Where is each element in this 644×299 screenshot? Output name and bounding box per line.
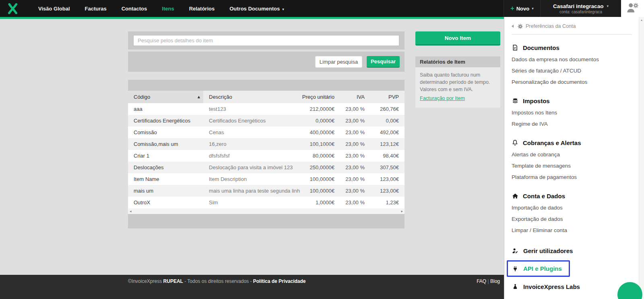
account-preferences-item[interactable]: Preferências da Conta xyxy=(512,23,632,29)
collapse-left-icon xyxy=(512,25,514,28)
cell: Certificados Energéticos xyxy=(203,118,300,124)
blog-link[interactable]: Blog xyxy=(490,278,500,284)
sidebar-section-title: Cobranças e Alertas xyxy=(523,139,581,146)
search-button[interactable]: Pesquisar xyxy=(367,56,400,68)
sidebar-item[interactable]: Impostos nos Itens xyxy=(512,107,632,118)
sidebar-link-label: InvoiceXpress Labs xyxy=(523,283,580,290)
table-row[interactable]: Item NameItem Description100,0000€23,00 … xyxy=(128,173,405,185)
cell: Item Name xyxy=(128,176,203,182)
sidebar-item[interactable]: Séries de faturação / ATCUD xyxy=(512,65,632,77)
sidebar-item[interactable]: Limpar / Eliminar conta xyxy=(512,225,632,236)
sidebar-link-api-e-plugins[interactable]: API e Plugins xyxy=(507,260,570,277)
column-header-label: Preço unitário xyxy=(302,94,334,100)
table-row[interactable]: OutroXSim1,0000€23,00 %1,23€ xyxy=(128,197,405,208)
sidebar-item[interactable]: Plataforma de pagamentos xyxy=(512,172,632,183)
faq-link[interactable]: FAQ xyxy=(477,278,486,284)
cell: 212,0000€ xyxy=(300,106,340,112)
cell: Cenas xyxy=(203,129,300,135)
table-row[interactable]: DeslocaçõesDeslocação para visita a imóv… xyxy=(128,162,405,173)
nav-item-5[interactable]: Outros Documentos▾ xyxy=(229,6,284,12)
nav-item-4[interactable]: Relatórios xyxy=(189,6,215,12)
table-top-strip xyxy=(128,80,405,91)
cell: 16,zero xyxy=(203,141,300,147)
footer-copyright: ©InvoiceXpress xyxy=(128,278,162,284)
column-header-3[interactable]: IVA xyxy=(340,91,370,103)
footer-links-separator: | xyxy=(488,278,489,284)
nav-menu: Visão GlobalFacturasContactosItensRelató… xyxy=(38,0,299,17)
sidebar-scrollbar[interactable]: ▴ xyxy=(639,17,644,299)
sidebar-section-2[interactable]: Cobranças e Alertas xyxy=(512,138,632,147)
clear-search-button[interactable]: Limpar pesquisa xyxy=(315,56,362,68)
invoicexpress-logo-icon[interactable] xyxy=(7,3,18,14)
scroll-up-icon[interactable]: ▴ xyxy=(639,18,644,22)
table-row[interactable]: Criar 1dfsfsfsfsf80,0000€23,00 %98,40€ xyxy=(128,150,405,162)
sort-asc-icon: ▲ xyxy=(198,95,200,99)
sidebar-section-3[interactable]: Conta e Dados xyxy=(512,191,632,201)
search-input[interactable] xyxy=(133,35,399,46)
sidebar-section-1[interactable]: Impostos xyxy=(512,96,632,106)
app-window: Visão GlobalFacturasContactosItensRelató… xyxy=(0,0,644,299)
sidebar-item[interactable]: Importação de dados xyxy=(512,202,632,214)
document-icon xyxy=(512,44,518,51)
cell: 260,76€ xyxy=(370,106,405,112)
cell: 23,00 % xyxy=(340,176,370,182)
nav-item-3[interactable]: Itens xyxy=(162,6,174,12)
table-bottom-strip xyxy=(128,214,405,228)
sidebar-section-title: Impostos xyxy=(523,98,550,104)
table-row[interactable]: ComissãoCenas400,0000€23,00 %492,00€ xyxy=(128,127,405,138)
sidebar-link-invoicexpress-labs[interactable]: InvoiceXpress Labs xyxy=(512,282,632,291)
coins-icon xyxy=(512,98,518,104)
novo-button[interactable]: + Novo ▾ xyxy=(504,0,541,17)
cell: aaa xyxy=(128,106,203,112)
horizontal-scrollbar[interactable]: ◂ ▸ xyxy=(128,208,405,214)
table-row[interactable]: mais ummais uma linha para teste segunda… xyxy=(128,185,405,197)
bell-icon xyxy=(512,139,518,146)
items-table-panel: Código▲DescriçãoPreço unitárioIVAPVP aaa… xyxy=(128,80,405,228)
table-row[interactable]: aaatest123212,0000€23,00 %260,76€ xyxy=(128,103,405,115)
billing-per-item-link[interactable]: Facturação por Item xyxy=(420,95,465,102)
cell: Deslocações xyxy=(128,164,203,170)
search-panel xyxy=(128,31,405,50)
scroll-right-icon[interactable]: ▸ xyxy=(401,210,403,213)
sidebar-item[interactable]: Regime de IVA xyxy=(512,118,632,130)
cell: 100,0000€ xyxy=(300,176,340,182)
table-row[interactable]: Comissão,mais um16,zero100,1000€23,00 %1… xyxy=(128,138,405,150)
column-header-2[interactable]: Preço unitário xyxy=(300,91,340,103)
sidebar-item[interactable]: Template de mensagens xyxy=(512,160,632,172)
nav-item-0[interactable]: Visão Global xyxy=(38,6,70,12)
sidebar-link-gerir-utilizadores[interactable]: Gerir utilizadores xyxy=(512,246,632,255)
flask-icon xyxy=(512,283,518,290)
sidebar-item[interactable]: Personalização de documentos xyxy=(512,77,632,88)
privacy-policy-link[interactable]: Política de Privacidade xyxy=(253,278,306,284)
column-header-label: Código xyxy=(134,94,150,100)
nav-item-2[interactable]: Contactos xyxy=(122,6,147,12)
table-body: aaatest123212,0000€23,00 %260,76€Certifi… xyxy=(128,103,405,208)
new-item-button[interactable]: Novo Item xyxy=(415,31,500,46)
cell: 23,00 % xyxy=(340,164,370,170)
gear-icon xyxy=(518,24,523,29)
user-settings-button[interactable] xyxy=(621,0,644,17)
account-menu[interactable]: Casafari integracao ▾ conta: casafariint… xyxy=(541,0,621,17)
item-reports-panel: Relatórios de Item Saiba quanto facturou… xyxy=(415,56,500,108)
table-row[interactable]: Certificados EnergéticosCertificados Ene… xyxy=(128,115,405,127)
cell: Comissão xyxy=(128,129,203,135)
sidebar-section-items: Importação de dadosExportação de dadosLi… xyxy=(512,202,632,236)
scroll-left-icon[interactable]: ◂ xyxy=(130,210,132,213)
sidebar-item[interactable]: Alertas de cobrança xyxy=(512,149,632,160)
cell: 123,12€ xyxy=(370,141,405,147)
sidebar-item[interactable]: Dados da empresa nos documentos xyxy=(512,54,632,65)
sidebar-link-label: Gerir utilizadores xyxy=(523,247,573,254)
nav-item-1[interactable]: Facturas xyxy=(85,6,107,12)
table-header-row: Código▲DescriçãoPreço unitárioIVAPVP xyxy=(128,91,405,103)
sidebar-section-0[interactable]: Documentos xyxy=(512,43,632,52)
column-header-0[interactable]: Código▲ xyxy=(128,91,203,103)
page-footer: ©InvoiceXpress RUPEAL - Todos os direito… xyxy=(0,275,504,299)
cell: Deslocação para visita a imóvel 123 xyxy=(203,164,300,170)
cell: Item Description xyxy=(203,176,300,182)
sidebar-item[interactable]: Exportação de dados xyxy=(512,214,632,225)
cell: 100,1000€ xyxy=(300,141,340,147)
column-header-1[interactable]: Descrição xyxy=(203,91,300,103)
chevron-down-icon: ▾ xyxy=(532,6,534,10)
column-header-4[interactable]: PVP xyxy=(370,91,405,103)
cell: Comissão,mais um xyxy=(128,141,203,147)
